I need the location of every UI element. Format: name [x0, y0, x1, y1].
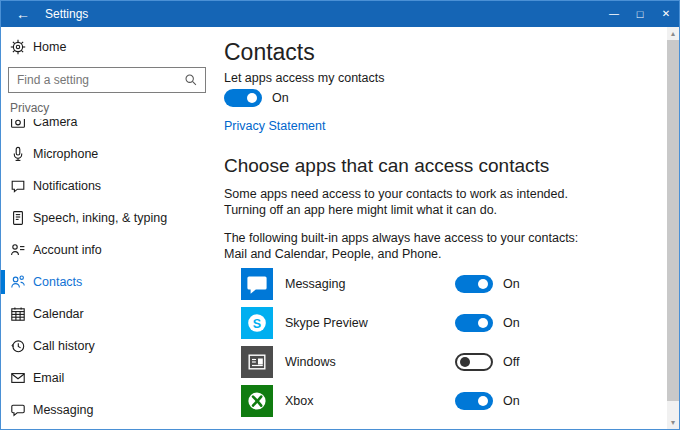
scroll-up-icon[interactable]: ▴	[667, 27, 679, 40]
app-row-xbox: Xbox On	[241, 385, 655, 417]
close-button[interactable]: ✕	[653, 1, 679, 27]
windows-app-icon	[241, 346, 273, 378]
master-setting-label: Let apps access my contacts	[224, 70, 655, 86]
toggle-knob	[478, 396, 488, 406]
microphone-icon	[10, 146, 26, 162]
page-title: Contacts	[224, 39, 655, 65]
sidebar-item-call-history[interactable]: Call history	[1, 330, 213, 362]
window-body: Home Privacy Camera Microphone Notificat…	[1, 27, 679, 429]
app-toggle-state: On	[503, 316, 520, 330]
window-title: Settings	[45, 7, 88, 21]
camera-icon	[10, 119, 26, 130]
messaging-icon	[10, 402, 26, 418]
home-label: Home	[33, 40, 66, 54]
window-controls: — □ ✕	[601, 1, 679, 27]
app-row-messaging: Messaging On	[241, 268, 655, 300]
privacy-section-label: Privacy	[10, 101, 213, 115]
email-icon	[10, 370, 26, 386]
app-toggle[interactable]	[455, 314, 493, 332]
app-toggle-state: On	[503, 394, 520, 408]
contacts-icon	[10, 274, 26, 290]
sidebar-item-messaging[interactable]: Messaging	[1, 394, 213, 426]
builtin-apps-note-line-2: Mail and Calendar, People, and Phone.	[224, 246, 655, 262]
privacy-nav: Camera Microphone Notifications Speech, …	[1, 119, 213, 429]
app-row-skype-preview: S Skype Preview On	[241, 307, 655, 339]
speech-icon	[10, 210, 26, 226]
sidebar-item-account-info[interactable]: Account info	[1, 234, 213, 266]
svg-text:S: S	[253, 317, 261, 331]
xbox-app-icon	[241, 385, 273, 417]
app-toggle-state: On	[503, 277, 520, 291]
messaging-app-icon	[241, 268, 273, 300]
notifications-icon	[10, 178, 26, 194]
apps-description-line-1: Some apps need access to your contacts t…	[224, 186, 655, 202]
contacts-access-state: On	[272, 91, 289, 105]
apps-description-line-2: Turning off an app here might limit what…	[224, 202, 655, 218]
settings-window: ← Settings — □ ✕ Home Privacy Camera Mic…	[0, 0, 680, 430]
sidebar-item-camera[interactable]: Camera	[1, 119, 213, 138]
scrollbar[interactable]: ▴ ▾	[667, 27, 679, 429]
app-toggle[interactable]	[455, 275, 493, 293]
search-input[interactable]	[9, 73, 184, 87]
account-info-icon	[10, 242, 26, 258]
calendar-icon	[10, 306, 26, 322]
sidebar-item-microphone[interactable]: Microphone	[1, 138, 213, 170]
sidebar-item-email[interactable]: Email	[1, 362, 213, 394]
search-icon	[184, 73, 198, 87]
builtin-apps-note: The following built-in apps always have …	[224, 230, 655, 262]
app-toggle[interactable]	[455, 392, 493, 410]
sidebar-item-calendar[interactable]: Calendar	[1, 298, 213, 330]
privacy-statement-link[interactable]: Privacy Statement	[224, 119, 325, 133]
sidebar-item-contacts[interactable]: Contacts	[1, 266, 213, 298]
toggle-knob	[478, 318, 488, 328]
search-box	[8, 67, 206, 93]
toggle-knob	[247, 93, 257, 103]
apps-description: Some apps need access to your contacts t…	[224, 186, 655, 218]
contacts-access-toggle[interactable]	[224, 89, 262, 107]
sidebar-item-home[interactable]: Home	[1, 35, 213, 59]
sidebar-item-notifications[interactable]: Notifications	[1, 170, 213, 202]
skype-app-icon: S	[241, 307, 273, 339]
scroll-down-icon[interactable]: ▾	[667, 416, 679, 429]
call-history-icon	[10, 338, 26, 354]
apps-section-title: Choose apps that can access contacts	[224, 154, 655, 178]
sidebar: Home Privacy Camera Microphone Notificat…	[1, 27, 213, 429]
titlebar: ← Settings — □ ✕	[1, 1, 679, 27]
builtin-apps-note-line-1: The following built-in apps always have …	[224, 230, 655, 246]
master-toggle-row: On	[224, 89, 655, 107]
sidebar-item-speech-inking-typing[interactable]: Speech, inking, & typing	[1, 202, 213, 234]
toggle-knob	[478, 279, 488, 289]
gear-icon	[10, 39, 26, 55]
app-toggle-state: Off	[503, 355, 519, 369]
minimize-button[interactable]: —	[601, 1, 627, 27]
back-button[interactable]: ←	[1, 1, 45, 27]
app-list: Messaging On S Skype Preview On Windows …	[224, 268, 655, 417]
scrollbar-thumb[interactable]	[667, 40, 679, 401]
maximize-button[interactable]: □	[627, 1, 653, 27]
main-content: Contacts Let apps access my contacts On …	[213, 27, 679, 429]
toggle-knob	[460, 357, 470, 367]
app-toggle[interactable]	[455, 353, 493, 371]
app-row-windows: Windows Off	[241, 346, 655, 378]
